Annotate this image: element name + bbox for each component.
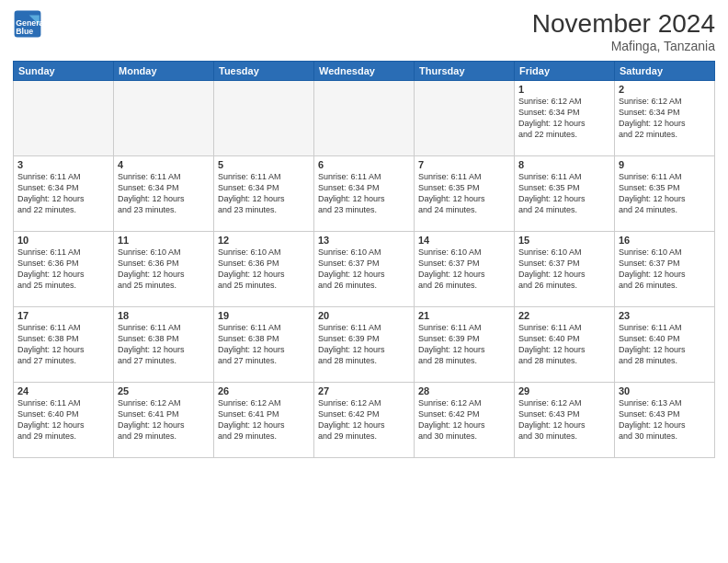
day-info: Sunrise: 6:12 AM Sunset: 6:41 PM Dayligh… <box>218 397 310 442</box>
page: General Blue November 2024 Mafinga, Tanz… <box>0 0 728 563</box>
day-info: Sunrise: 6:12 AM Sunset: 6:41 PM Dayligh… <box>118 397 210 442</box>
day-info: Sunrise: 6:12 AM Sunset: 6:34 PM Dayligh… <box>619 96 711 141</box>
calendar-cell <box>114 81 214 156</box>
day-info: Sunrise: 6:11 AM Sunset: 6:40 PM Dayligh… <box>619 322 711 367</box>
day-number: 16 <box>619 235 711 246</box>
day-info: Sunrise: 6:11 AM Sunset: 6:34 PM Dayligh… <box>118 171 210 216</box>
day-number: 8 <box>518 159 610 170</box>
day-number: 22 <box>518 310 610 321</box>
day-info: Sunrise: 6:11 AM Sunset: 6:39 PM Dayligh… <box>318 322 410 367</box>
calendar-cell: 2Sunrise: 6:12 AM Sunset: 6:34 PM Daylig… <box>615 81 715 156</box>
calendar-cell: 15Sunrise: 6:10 AM Sunset: 6:37 PM Dayli… <box>515 232 615 307</box>
calendar-cell: 20Sunrise: 6:11 AM Sunset: 6:39 PM Dayli… <box>314 307 415 383</box>
calendar-cell: 16Sunrise: 6:10 AM Sunset: 6:37 PM Dayli… <box>615 232 715 307</box>
calendar-cell: 9Sunrise: 6:11 AM Sunset: 6:35 PM Daylig… <box>615 156 715 232</box>
calendar-cell: 29Sunrise: 6:12 AM Sunset: 6:43 PM Dayli… <box>515 383 615 458</box>
day-number: 19 <box>218 310 310 321</box>
day-info: Sunrise: 6:11 AM Sunset: 6:38 PM Dayligh… <box>118 322 210 367</box>
calendar-cell: 30Sunrise: 6:13 AM Sunset: 6:43 PM Dayli… <box>615 383 715 458</box>
day-info: Sunrise: 6:12 AM Sunset: 6:42 PM Dayligh… <box>318 397 410 442</box>
calendar-cell: 5Sunrise: 6:11 AM Sunset: 6:34 PM Daylig… <box>214 156 314 232</box>
calendar-cell: 22Sunrise: 6:11 AM Sunset: 6:40 PM Dayli… <box>515 307 615 383</box>
day-info: Sunrise: 6:11 AM Sunset: 6:34 PM Dayligh… <box>218 171 310 216</box>
calendar-cell: 24Sunrise: 6:11 AM Sunset: 6:40 PM Dayli… <box>14 383 114 458</box>
day-number: 15 <box>518 235 610 246</box>
calendar-cell: 26Sunrise: 6:12 AM Sunset: 6:41 PM Dayli… <box>214 383 314 458</box>
weekday-header-tuesday: Tuesday <box>214 62 314 81</box>
logo: General Blue <box>13 9 42 39</box>
day-info: Sunrise: 6:10 AM Sunset: 6:37 PM Dayligh… <box>418 247 510 292</box>
title-block: November 2024 Mafinga, Tanzania <box>532 9 715 53</box>
week-row-4: 24Sunrise: 6:11 AM Sunset: 6:40 PM Dayli… <box>14 383 715 458</box>
weekday-header-friday: Friday <box>515 62 615 81</box>
svg-text:General: General <box>16 18 42 28</box>
day-number: 18 <box>118 310 210 321</box>
calendar-cell: 11Sunrise: 6:10 AM Sunset: 6:36 PM Dayli… <box>114 232 214 307</box>
week-row-2: 10Sunrise: 6:11 AM Sunset: 6:36 PM Dayli… <box>14 232 715 307</box>
location: Mafinga, Tanzania <box>532 39 715 53</box>
weekday-header-monday: Monday <box>114 62 214 81</box>
day-number: 25 <box>118 385 210 396</box>
day-number: 12 <box>218 235 310 246</box>
calendar-cell: 8Sunrise: 6:11 AM Sunset: 6:35 PM Daylig… <box>515 156 615 232</box>
day-number: 4 <box>118 159 210 170</box>
day-info: Sunrise: 6:11 AM Sunset: 6:36 PM Dayligh… <box>17 247 109 292</box>
day-info: Sunrise: 6:12 AM Sunset: 6:42 PM Dayligh… <box>418 397 510 442</box>
day-number: 21 <box>418 310 510 321</box>
calendar-cell: 13Sunrise: 6:10 AM Sunset: 6:37 PM Dayli… <box>314 232 415 307</box>
calendar-cell: 18Sunrise: 6:11 AM Sunset: 6:38 PM Dayli… <box>114 307 214 383</box>
day-number: 24 <box>17 385 109 396</box>
day-info: Sunrise: 6:10 AM Sunset: 6:37 PM Dayligh… <box>518 247 610 292</box>
day-info: Sunrise: 6:12 AM Sunset: 6:43 PM Dayligh… <box>518 397 610 442</box>
day-number: 6 <box>318 159 410 170</box>
week-row-0: 1Sunrise: 6:12 AM Sunset: 6:34 PM Daylig… <box>14 81 715 156</box>
calendar: SundayMondayTuesdayWednesdayThursdayFrid… <box>13 61 715 458</box>
calendar-cell: 10Sunrise: 6:11 AM Sunset: 6:36 PM Dayli… <box>14 232 114 307</box>
day-info: Sunrise: 6:11 AM Sunset: 6:35 PM Dayligh… <box>418 171 510 216</box>
calendar-cell <box>214 81 314 156</box>
calendar-cell: 21Sunrise: 6:11 AM Sunset: 6:39 PM Dayli… <box>415 307 515 383</box>
calendar-cell: 7Sunrise: 6:11 AM Sunset: 6:35 PM Daylig… <box>415 156 515 232</box>
day-number: 28 <box>418 385 510 396</box>
day-number: 3 <box>17 159 109 170</box>
day-number: 26 <box>218 385 310 396</box>
weekday-header-sunday: Sunday <box>14 62 114 81</box>
day-number: 14 <box>418 235 510 246</box>
day-info: Sunrise: 6:11 AM Sunset: 6:40 PM Dayligh… <box>17 397 109 442</box>
calendar-cell: 17Sunrise: 6:11 AM Sunset: 6:38 PM Dayli… <box>14 307 114 383</box>
day-info: Sunrise: 6:11 AM Sunset: 6:35 PM Dayligh… <box>518 171 610 216</box>
day-info: Sunrise: 6:11 AM Sunset: 6:34 PM Dayligh… <box>318 171 410 216</box>
calendar-cell: 23Sunrise: 6:11 AM Sunset: 6:40 PM Dayli… <box>615 307 715 383</box>
day-info: Sunrise: 6:11 AM Sunset: 6:34 PM Dayligh… <box>17 171 109 216</box>
day-info: Sunrise: 6:12 AM Sunset: 6:34 PM Dayligh… <box>518 96 610 141</box>
weekday-header-thursday: Thursday <box>415 62 515 81</box>
day-info: Sunrise: 6:11 AM Sunset: 6:38 PM Dayligh… <box>17 322 109 367</box>
day-number: 17 <box>17 310 109 321</box>
day-number: 7 <box>418 159 510 170</box>
calendar-cell: 28Sunrise: 6:12 AM Sunset: 6:42 PM Dayli… <box>415 383 515 458</box>
weekday-header-wednesday: Wednesday <box>314 62 415 81</box>
logo-icon: General Blue <box>13 9 42 39</box>
day-info: Sunrise: 6:11 AM Sunset: 6:35 PM Dayligh… <box>619 171 711 216</box>
calendar-cell: 12Sunrise: 6:10 AM Sunset: 6:36 PM Dayli… <box>214 232 314 307</box>
calendar-cell: 4Sunrise: 6:11 AM Sunset: 6:34 PM Daylig… <box>114 156 214 232</box>
weekday-header-saturday: Saturday <box>615 62 715 81</box>
day-number: 23 <box>619 310 711 321</box>
calendar-cell <box>415 81 515 156</box>
calendar-cell: 3Sunrise: 6:11 AM Sunset: 6:34 PM Daylig… <box>14 156 114 232</box>
week-row-1: 3Sunrise: 6:11 AM Sunset: 6:34 PM Daylig… <box>14 156 715 232</box>
svg-text:Blue: Blue <box>16 27 33 36</box>
header: General Blue November 2024 Mafinga, Tanz… <box>13 9 715 53</box>
day-number: 5 <box>218 159 310 170</box>
month-title: November 2024 <box>532 9 715 39</box>
calendar-cell: 25Sunrise: 6:12 AM Sunset: 6:41 PM Dayli… <box>114 383 214 458</box>
day-info: Sunrise: 6:10 AM Sunset: 6:36 PM Dayligh… <box>218 247 310 292</box>
weekday-header-row: SundayMondayTuesdayWednesdayThursdayFrid… <box>14 62 715 81</box>
day-number: 30 <box>619 385 711 396</box>
week-row-3: 17Sunrise: 6:11 AM Sunset: 6:38 PM Dayli… <box>14 307 715 383</box>
day-info: Sunrise: 6:10 AM Sunset: 6:37 PM Dayligh… <box>318 247 410 292</box>
day-number: 27 <box>318 385 410 396</box>
calendar-cell <box>314 81 415 156</box>
day-info: Sunrise: 6:13 AM Sunset: 6:43 PM Dayligh… <box>619 397 711 442</box>
day-info: Sunrise: 6:11 AM Sunset: 6:39 PM Dayligh… <box>418 322 510 367</box>
